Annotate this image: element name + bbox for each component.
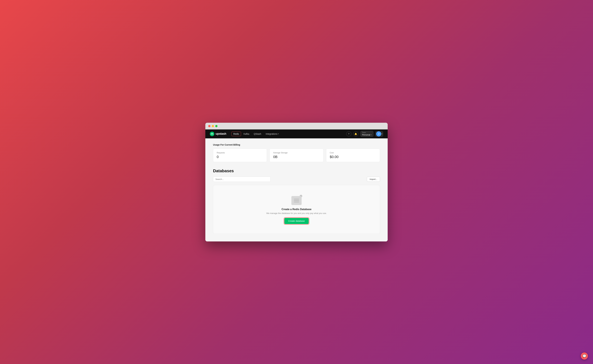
main-content: Usage For Current Billing Requests 0 Ave… [205, 138, 388, 241]
search-input[interactable] [213, 176, 271, 182]
nav-item-kafka[interactable]: Kafka [242, 132, 251, 136]
nav-item-redis[interactable]: Redis [231, 132, 241, 136]
team-selector[interactable]: Team Personal ▾ [360, 131, 373, 137]
billing-card-storage: Average Storage 0B [269, 149, 323, 162]
team-name: Personal ▾ [362, 134, 372, 136]
chat-fab-button[interactable]: 💬 [581, 352, 588, 359]
upstash-logo-icon [210, 132, 214, 136]
avatar-chevron-icon: ▾ [382, 133, 382, 135]
nav-items: Redis Kafka QStash Integrations ▾ [231, 132, 342, 136]
import-button[interactable]: Import... [367, 177, 380, 182]
billing-card-cost: Cost $0.00 [326, 149, 380, 162]
bell-icon: 🔔 [354, 133, 357, 135]
team-chevron-icon: ▾ [371, 134, 372, 136]
billing-card-requests: Requests 0 [213, 149, 267, 162]
db-base-icon [291, 196, 302, 205]
databases-section: Databases Import... [213, 169, 380, 234]
nav-item-qstash[interactable]: QStash [252, 132, 263, 136]
chat-icon: 💬 [582, 354, 586, 358]
requests-label: Requests [217, 152, 263, 154]
empty-state-box: Create a Redis Database We manage the da… [213, 185, 380, 234]
logo-area: upstash [210, 132, 226, 136]
app-window: upstash Redis Kafka QStash Integrations … [205, 123, 388, 241]
title-bar [205, 123, 388, 130]
database-illustration [291, 195, 302, 205]
minimize-button[interactable] [212, 125, 214, 127]
billing-section: Usage For Current Billing Requests 0 Ave… [213, 143, 380, 162]
notifications-button[interactable]: 🔔 [353, 131, 358, 136]
billing-cards: Requests 0 Average Storage 0B Cost $0.00 [213, 149, 380, 162]
nav-item-integrations[interactable]: Integrations ▾ [264, 132, 281, 136]
empty-state-description: We manage the database for you and you o… [266, 212, 327, 214]
billing-title: Usage For Current Billing [213, 143, 380, 146]
cost-label: Cost [330, 152, 376, 154]
logo-text: upstash [216, 132, 226, 136]
avatar-dropdown[interactable]: J ▾ [375, 131, 383, 136]
create-database-button[interactable]: Create database [284, 218, 309, 224]
help-button[interactable]: ? [346, 131, 351, 136]
search-row: Import... [213, 176, 380, 182]
close-button[interactable] [208, 125, 210, 127]
help-icon: ? [348, 133, 349, 135]
team-label: Team [362, 132, 372, 134]
databases-title: Databases [213, 169, 380, 173]
navbar: upstash Redis Kafka QStash Integrations … [205, 130, 388, 138]
requests-value: 0 [217, 155, 263, 159]
empty-state-title: Create a Redis Database [282, 208, 312, 211]
nav-right: ? 🔔 Team Personal ▾ J ▾ [346, 131, 383, 137]
avatar[interactable]: J [376, 131, 381, 136]
integrations-arrow-icon: ▾ [278, 133, 279, 135]
storage-value: 0B [273, 155, 320, 159]
svg-point-0 [210, 132, 214, 136]
cost-value: $0.00 [330, 155, 376, 159]
maximize-button[interactable] [215, 125, 218, 127]
storage-label: Average Storage [273, 152, 320, 154]
